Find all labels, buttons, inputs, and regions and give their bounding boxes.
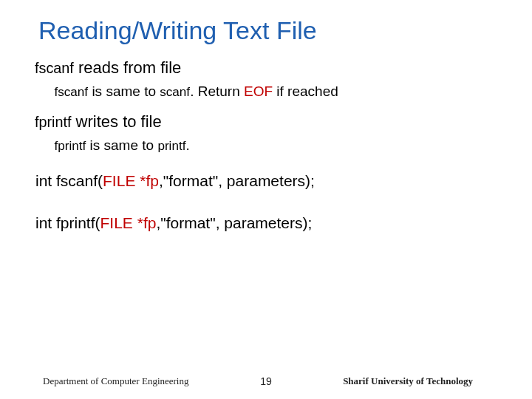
- text-eof: EOF: [244, 83, 273, 99]
- slide: Reading/Writing Text File fscanf reads f…: [0, 0, 532, 399]
- footer-page-number: 19: [260, 375, 272, 387]
- bullet-fprintf-writes: fprintf writes to file: [27, 111, 510, 133]
- text-fscanf: fscanf: [35, 60, 74, 76]
- slide-title: Reading/Writing Text File: [38, 16, 510, 45]
- footer-university: Sharif University of Technology: [343, 375, 473, 387]
- text-fscanf2: fscanf: [55, 85, 89, 99]
- text-fprintf2: fprintf: [55, 139, 86, 153]
- code-fscanf-signature: int fscanf(FILE *fp,"format", parameters…: [35, 170, 510, 191]
- code-file-fp: FILE *fp: [103, 172, 159, 189]
- text-scanf: scanf: [160, 85, 190, 99]
- slide-footer: Department of Computer Engineering 19 Sh…: [0, 375, 532, 387]
- slide-content: fscanf reads from file fscanf is same to…: [22, 57, 510, 233]
- text-period: .: [185, 137, 189, 153]
- text-printf: printf: [157, 139, 185, 153]
- code-fprintf-signature: int fprintf(FILE *fp,"format", parameter…: [35, 212, 510, 233]
- bullet-fscanf-detail: fscanf is same to scanf. Return EOF if r…: [47, 82, 510, 101]
- code-file-fp: FILE *fp: [100, 214, 157, 231]
- text-is-same-to: is same to: [88, 83, 160, 99]
- code-text: int fprintf(: [35, 214, 100, 231]
- footer-department: Department of Computer Engineering: [43, 375, 188, 387]
- text-if-reached: if reached: [273, 83, 338, 99]
- code-text: ,"format", parameters);: [159, 172, 315, 189]
- code-text: ,"format", parameters);: [156, 214, 312, 231]
- text-is-same-to2: is same to: [86, 137, 157, 153]
- bullet-fscanf-reads: fscanf reads from file: [27, 57, 510, 79]
- text-return: . Return: [190, 83, 244, 99]
- text-writes-to-file: writes to file: [71, 112, 161, 131]
- text-fprintf: fprintf: [35, 114, 71, 130]
- bullet-fprintf-detail: fprintf is same to printf.: [47, 136, 510, 155]
- code-text: int fscanf(: [35, 172, 103, 189]
- text-reads-from-file: reads from file: [74, 58, 182, 77]
